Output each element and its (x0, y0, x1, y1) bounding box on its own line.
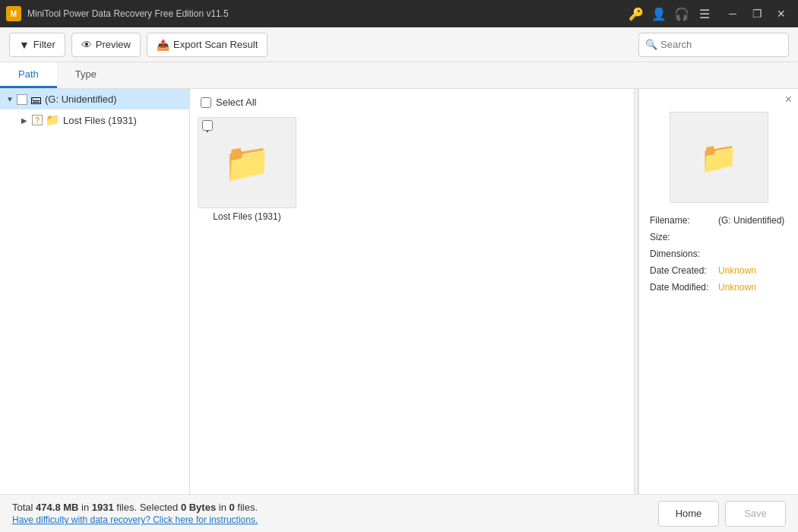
statusbar: Total 474.8 MB in 1931 files. Selected 0… (0, 494, 798, 532)
meta-date-created-row: Date Created: Unknown (650, 265, 787, 276)
in-text2: in (216, 502, 229, 513)
preview-label: Preview (96, 39, 131, 50)
size-label: Size: (650, 232, 718, 242)
list-item[interactable]: ? 📁 Lost Files (1931) (198, 117, 296, 222)
home-button[interactable]: Home (658, 501, 719, 527)
app-title: MiniTool Power Data Recovery Free Editio… (27, 8, 628, 19)
restore-button[interactable]: ❐ (746, 3, 768, 24)
file-tree-panel: ▼ 🖴 (G: Unidentified) ▶ ? 📁 Lost Files (… (0, 89, 190, 494)
meta-date-modified-row: Date Modified: Unknown (650, 282, 787, 293)
question-mark-icon: ? (35, 116, 40, 125)
app-icon: M (6, 6, 21, 21)
export-icon: 📤 (157, 39, 169, 51)
close-button[interactable]: ✕ (771, 3, 792, 24)
dimensions-value (718, 249, 787, 259)
folder-large-icon: 📁 (223, 141, 271, 185)
tree-checkbox-root[interactable] (17, 94, 27, 105)
preview-panel: × 📁 Filename: (G: Unidentified) Size: Di… (638, 89, 798, 494)
total-size: 474.8 MB (36, 502, 78, 513)
date-modified-label: Date Modified: (650, 282, 718, 293)
key-icon[interactable]: 🔑 (628, 5, 644, 22)
item-checkbox[interactable] (202, 120, 213, 131)
actionbar: ▼ Filter 👁 Preview 📤 Export Scan Result … (0, 27, 798, 62)
selected-files: 0 (229, 502, 234, 513)
dimensions-label: Dimensions: (650, 249, 718, 259)
meta-filename-row: Filename: (G: Unidentified) (650, 215, 787, 226)
window-controls: ─ ❐ ✕ (722, 3, 792, 24)
export-button[interactable]: 📤 Export Scan Result (147, 33, 268, 57)
selected-size: 0 Bytes (181, 502, 216, 513)
preview-button[interactable]: 👁 Preview (71, 33, 141, 57)
eye-icon: 👁 (81, 39, 92, 51)
search-input[interactable] (660, 39, 782, 50)
tree-label-root: (G: Unidentified) (45, 93, 183, 105)
content-area: ▼ 🖴 (G: Unidentified) ▶ ? 📁 Lost Files (… (0, 89, 798, 494)
select-all-row: Select All (198, 97, 626, 108)
preview-thumbnail: 📁 (670, 112, 768, 203)
main-content: Path Type ▼ 🖴 (G: Unidentified) ▶ ? 📁 Lo… (0, 62, 798, 494)
tree-item-root[interactable]: ▼ 🖴 (G: Unidentified) (0, 89, 189, 109)
tab-type[interactable]: Type (57, 62, 115, 88)
chevron-down-icon: ▼ (6, 95, 17, 103)
meta-dimensions-row: Dimensions: (650, 249, 787, 259)
files-text: files. Selected (114, 502, 181, 513)
file-item-name: Lost Files (1931) (213, 211, 280, 222)
save-button[interactable]: Save (725, 501, 786, 527)
tree-checkbox-lost[interactable]: ? (32, 115, 43, 125)
filter-label: Filter (33, 39, 55, 50)
date-created-label: Date Created: (650, 265, 718, 276)
date-modified-value: Unknown (718, 282, 787, 293)
total-files: 1931 (92, 502, 114, 513)
search-box: 🔍 (638, 33, 789, 57)
filename-label: Filename: (650, 215, 718, 226)
in-text: in (78, 502, 91, 513)
headphone-icon[interactable]: 🎧 (673, 5, 690, 22)
folder-icon: 📁 (46, 113, 60, 127)
files-text2: files. (235, 502, 258, 513)
chevron-right-icon: ▶ (21, 116, 32, 125)
preview-folder-icon: 📁 (700, 140, 738, 176)
export-label: Export Scan Result (173, 39, 258, 50)
item-checkbox-wrapper (202, 120, 213, 133)
search-icon: 🔍 (645, 39, 657, 50)
drive-icon: 🖴 (30, 93, 42, 106)
date-created-value: Unknown (718, 265, 787, 276)
help-link[interactable]: Have difficulty with data recovery? Clic… (12, 515, 658, 525)
titlebar-icons: 🔑 👤 🎧 ☰ (628, 5, 713, 22)
status-text: Total 474.8 MB in 1931 files. Selected 0… (12, 502, 658, 513)
status-buttons: Home Save (658, 501, 786, 527)
tab-path[interactable]: Path (0, 62, 57, 88)
tabs: Path Type (0, 62, 798, 89)
tree-label-lost: Lost Files (1931) (63, 115, 183, 126)
filter-button[interactable]: ▼ Filter (9, 33, 65, 57)
titlebar: M MiniTool Power Data Recovery Free Edit… (0, 0, 798, 27)
file-metadata: Filename: (G: Unidentified) Size: Dimens… (639, 215, 798, 299)
filename-value: (G: Unidentified) (718, 215, 787, 226)
status-info: Total 474.8 MB in 1931 files. Selected 0… (12, 502, 658, 525)
user-icon[interactable]: 👤 (651, 5, 667, 22)
meta-size-row: Size: (650, 232, 787, 242)
filter-icon: ▼ (19, 39, 30, 51)
tree-item-lost-files[interactable]: ▶ ? 📁 Lost Files (1931) (0, 109, 189, 131)
file-grid-panel: Select All ? 📁 Lost Files (1931) (190, 89, 634, 494)
minimize-button[interactable]: ─ (722, 3, 743, 24)
size-value (718, 232, 787, 242)
select-all-checkbox[interactable] (201, 97, 211, 108)
close-preview-icon[interactable]: × (785, 93, 792, 106)
total-text: Total (12, 502, 36, 513)
file-grid: ? 📁 Lost Files (1931) (198, 117, 626, 222)
menu-icon[interactable]: ☰ (696, 5, 713, 22)
select-all-label: Select All (216, 97, 256, 108)
